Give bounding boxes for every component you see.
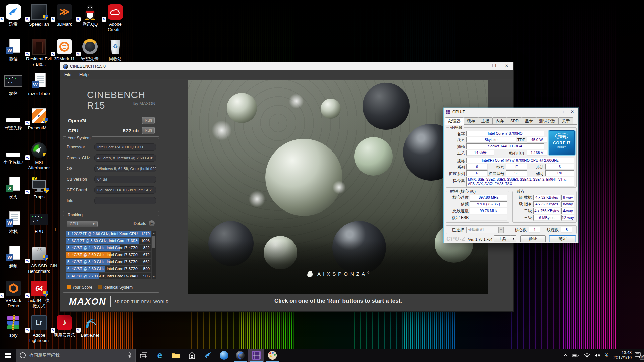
taskbar-button-palette[interactable] — [264, 349, 280, 362]
desktop-icon-fraps[interactable]: 99↖Fraps — [26, 176, 52, 200]
ranking-filter-dropdown[interactable]: CPU▼ — [67, 221, 98, 227]
tab-关于[interactable]: 关于 — [558, 117, 573, 124]
validate-button[interactable]: 验证 — [520, 235, 546, 242]
ranking-row[interactable]: 5. 4C/8T @ 3.40 GHz, Intel Core i7-3770 … — [66, 259, 151, 265]
opengl-run-button[interactable]: Run — [142, 117, 155, 124]
desktop-icon-threedmark11[interactable]: ↖3DMark 11 — [52, 38, 77, 62]
close-button[interactable]: ✕ — [500, 62, 513, 70]
desktop-icon-thumb[interactable]: FPU — [26, 210, 52, 234]
desktop-icon-label: 守望先锋 — [1, 125, 26, 131]
cpuz-window-title: CPU-Z — [452, 110, 465, 114]
desktop-icon-presentmon[interactable]: P↖PresentM... — [26, 107, 52, 131]
ranking-row-score: 672 — [143, 252, 150, 258]
desktop-icon-aida64[interactable]: 64↖aida64 - 快捷方式 — [26, 280, 52, 309]
ok-button[interactable]: 确定 — [549, 235, 576, 242]
desktop-icon-adobecc[interactable]: ↖Adobe Creati... — [103, 3, 128, 33]
chevron-down-icon: ▼ — [92, 221, 95, 227]
desktop-icon-qq[interactable]: ↖腾讯QQ — [77, 3, 103, 27]
desktop-icon-word[interactable]: W微信 — [1, 38, 26, 62]
desktop-icon-thumb[interactable]: 双烤 — [1, 72, 26, 96]
minimize-button[interactable]: — — [475, 62, 488, 70]
taskbar-button-cpu-z[interactable] — [248, 349, 264, 362]
ranking-scrollbar[interactable]: ▲ ▼ — [152, 231, 156, 279]
desktop-icon-label: 灵刃 — [1, 194, 26, 200]
tools-button[interactable]: 工具 — [494, 235, 511, 242]
system-tray: 英 13:432017/1/10 12 — [561, 349, 644, 362]
tools-dropdown-button[interactable]: ▼ — [511, 235, 516, 242]
desktop-icon-word[interactable]: Wrazer blade — [26, 72, 52, 96]
close-button[interactable]: ✕ — [567, 108, 577, 116]
desktop-icon-whitebar[interactable]: 守望先锋 — [1, 107, 26, 131]
desktop-icon-threedmark[interactable]: ≫↖3DMark — [52, 3, 77, 27]
clock[interactable]: 13:432017/1/10 — [611, 349, 634, 362]
desktop-icon-re7[interactable]: ↖Resident Evil 7 Bio... — [26, 38, 52, 67]
cpuz-window: CPU-Z — □ ✕ 处理器缓存主板内存SPD显卡测试分数关于 处理器 名字 … — [443, 108, 578, 243]
speaker-icon[interactable] — [592, 349, 602, 362]
cinebench-titlebar[interactable]: CINEBENCH R15.0 — ❐ ✕ — [60, 62, 513, 70]
desktop-icon-lightroom[interactable]: Lr↖Adobe Lightroom — [26, 314, 52, 343]
field-label: 代号 — [446, 138, 465, 143]
taskbar-button-edge[interactable]: e — [152, 349, 168, 362]
field-label: 核心电压 — [496, 150, 525, 156]
menu-file[interactable]: File — [60, 72, 75, 77]
microphone-icon[interactable] — [128, 352, 132, 358]
cpuz-titlebar[interactable]: CPU-Z — □ ✕ — [444, 108, 578, 116]
tab-测试分数[interactable]: 测试分数 — [536, 117, 559, 124]
taskbar-button-xunlei[interactable] — [200, 349, 216, 362]
tab-主板[interactable]: 主板 — [478, 117, 493, 124]
menu-help[interactable]: Help — [75, 72, 93, 77]
revision-field: R0 — [545, 170, 574, 176]
desktop-icon-recycle[interactable]: ♻回收站 — [103, 38, 128, 62]
minimize-button[interactable]: — — [547, 108, 557, 116]
cache-group-title: 缓存 — [515, 189, 526, 194]
ranking-row[interactable]: 1. 12C/24T @ 2.66 GHz, Intel Xeon CPU X5… — [66, 231, 151, 237]
taskbar-button-cinebench[interactable] — [232, 349, 248, 362]
desktop-icon-asssd[interactable]: AS↖AS SSD Benchmark — [26, 245, 52, 274]
ranking-row[interactable]: 6. 4C/8T @ 2.60 GHz, Intel Core i7-3720Q… — [66, 266, 151, 272]
start-button[interactable] — [0, 349, 16, 362]
desktop-icon-overwatch[interactable]: ↖守望先锋 — [77, 38, 103, 62]
tab-SPD[interactable]: SPD — [507, 117, 522, 124]
desktop-icon-xunlei[interactable]: ↖迅雷 — [1, 3, 26, 27]
ranking-row[interactable]: 7. 4C/8T @ 2.79 GHz, Intel Core i7-3840Q… — [66, 273, 151, 279]
action-center-button[interactable]: 12 — [634, 349, 644, 362]
taskbar-button-file-explorer[interactable] — [168, 349, 184, 362]
wifi-icon[interactable] — [582, 349, 592, 362]
desktop-icon-word[interactable]: W超频 — [1, 245, 26, 269]
taskbar-button-blue-app[interactable] — [216, 349, 232, 362]
maximize-button[interactable]: ❐ — [488, 62, 500, 70]
ext-model-field: 5E — [506, 170, 527, 176]
tab-内存[interactable]: 内存 — [492, 117, 507, 124]
desktop-icon-msi[interactable]: ↖MSI Afterburner — [26, 141, 52, 171]
desktop-icon-whitebar[interactable]: 生化危机7 — [1, 141, 26, 165]
desktop-icon-excel[interactable]: X灵刃 — [1, 176, 26, 200]
desktop-icon-winrar[interactable]: spry — [1, 314, 26, 338]
cortana-search-box[interactable]: 有问题尽管问我 — [16, 349, 136, 362]
tab-缓存[interactable]: 缓存 — [464, 117, 478, 124]
tab-显卡[interactable]: 显卡 — [522, 117, 536, 124]
battery-icon[interactable] — [570, 349, 582, 362]
desktop-icon-netease[interactable]: ♪↖网易云音乐 — [52, 314, 77, 338]
desktop-icon-battlenet[interactable]: ↖Battle.net — [77, 314, 103, 338]
system-row: ProcessorIntel Core i7-6700HQ CPU — [67, 143, 156, 151]
taskbar-button-store[interactable] — [184, 349, 200, 362]
maximize-button[interactable]: □ — [557, 108, 567, 116]
cpu-run-button[interactable]: Run — [142, 127, 155, 134]
scrollbar-thumb[interactable] — [152, 236, 155, 248]
ranking-row[interactable]: 3. 4C/8T @ 4.40 GHz, Intel Core i7-4770K… — [66, 245, 151, 251]
taskbar-button-task-view[interactable] — [136, 349, 152, 362]
desktop-icon-speedfan[interactable]: ↖SpeedFan — [26, 3, 52, 27]
tab-处理器[interactable]: 处理器 — [445, 117, 464, 125]
scene-sphere — [227, 93, 257, 123]
status-message: Click on one of the 'Run' buttons to sta… — [188, 298, 488, 304]
scroll-down-icon[interactable]: ▼ — [152, 275, 156, 279]
ranking-details-button[interactable]: ▶ — [149, 220, 155, 226]
desktop-icon-word[interactable]: W堆栈 — [1, 210, 26, 234]
tray-chevron-up-icon[interactable] — [561, 349, 570, 362]
desktop-icon-vrmark[interactable]: ↖VRMark Demo — [1, 280, 26, 309]
ranking-row[interactable]: 4. 4C/8T @ 2.60 GHz, Intel Core i7-6700H… — [66, 252, 151, 258]
input-language-indicator[interactable]: 英 — [602, 349, 611, 362]
processor-select-dropdown[interactable]: 处理器 #1▼ — [466, 227, 504, 233]
ranking-row[interactable]: 2. 6C/12T @ 3.30 GHz, Intel Core i7-3930… — [66, 238, 151, 244]
scroll-up-icon[interactable]: ▲ — [152, 231, 156, 235]
